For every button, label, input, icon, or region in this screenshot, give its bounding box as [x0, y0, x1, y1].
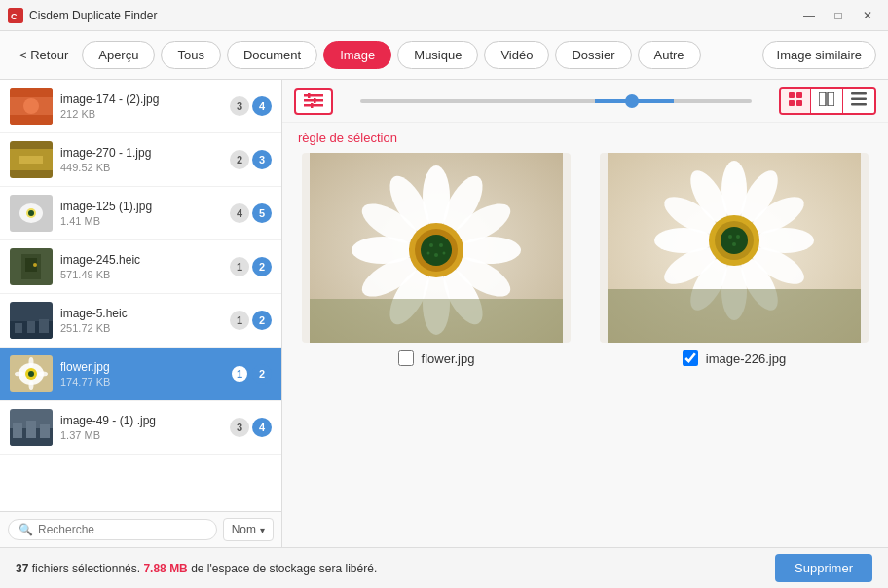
file-name: flower.jpg [60, 360, 222, 374]
svg-text:C: C [11, 12, 18, 21]
svg-rect-20 [39, 319, 49, 333]
sort-select[interactable]: Nom ▾ [223, 518, 274, 541]
selection-rule-label: règle de sélection [282, 123, 888, 153]
file-badges: 2 3 [230, 150, 272, 169]
app-icon: C [8, 8, 23, 23]
filter-autre[interactable]: Autre [638, 41, 701, 69]
file-badges: 1 2 [230, 257, 272, 276]
svg-point-67 [434, 253, 438, 257]
filter-dossier[interactable]: Dossier [555, 41, 631, 69]
badge-index: 5 [252, 203, 272, 223]
svg-point-86 [721, 227, 748, 254]
preview-image-right [600, 153, 869, 343]
main-layout: image-174 - (2).jpg 212 KB 3 4 [0, 80, 888, 547]
svg-point-4 [23, 98, 39, 114]
file-label-left: flower.jpg [422, 351, 475, 366]
zoom-slider[interactable] [360, 99, 752, 103]
svg-rect-44 [819, 92, 826, 106]
filter-musique[interactable]: Musique [397, 41, 478, 69]
file-info: image-125 (1).jpg 1.41 MB [60, 200, 222, 227]
minimize-button[interactable]: — [796, 6, 822, 25]
selection-rules-button[interactable] [294, 88, 333, 115]
file-label-row-right: image-226.jpg [683, 350, 786, 366]
badge-group: 3 [230, 418, 249, 437]
file-thumbnail [10, 88, 53, 125]
badge-group: 1 [230, 364, 249, 384]
chevron-down-icon: ▾ [260, 525, 265, 535]
delete-button[interactable]: Supprimer [775, 554, 872, 582]
image-similaire-button[interactable]: Image similaire [762, 41, 876, 69]
svg-point-69 [443, 252, 446, 255]
filter-tous[interactable]: Tous [161, 41, 220, 69]
file-badges: 3 4 [230, 96, 272, 116]
file-thumbnail [10, 302, 53, 339]
svg-rect-40 [789, 92, 795, 98]
svg-rect-34 [304, 94, 323, 97]
list-item[interactable]: image-270 - 1.jpg 449.52 KB 2 3 [0, 133, 281, 187]
window-controls: — □ ✕ [796, 6, 880, 25]
badge-index: 3 [252, 150, 272, 169]
maximize-button[interactable]: □ [826, 6, 851, 25]
status-size: 7.88 MB [143, 562, 187, 575]
file-info: flower.jpg 174.77 KB [60, 360, 222, 387]
file-thumbnail [10, 355, 53, 392]
file-size: 571.49 KB [60, 269, 222, 280]
svg-rect-36 [304, 104, 323, 107]
file-info: image-49 - (1) .jpg 1.37 MB [60, 414, 222, 441]
search-bar: 🔍 Nom ▾ [0, 511, 281, 547]
file-info: image-245.heic 571.49 KB [60, 253, 222, 280]
svg-rect-31 [13, 423, 22, 438]
svg-rect-19 [27, 321, 35, 333]
svg-point-27 [15, 372, 24, 377]
file-name: image-245.heic [60, 253, 222, 267]
search-input-wrap[interactable]: 🔍 [8, 519, 217, 540]
left-panel: image-174 - (2).jpg 212 KB 3 4 [0, 80, 282, 547]
view-list-button[interactable] [843, 89, 874, 113]
view-buttons [779, 87, 876, 115]
file-badges: 1 2 [230, 311, 272, 330]
back-button[interactable]: < Retour [12, 44, 76, 66]
svg-rect-38 [314, 98, 316, 103]
svg-rect-32 [26, 421, 36, 438]
file-info: image-174 - (2).jpg 212 KB [60, 92, 222, 120]
file-name: image-49 - (1) .jpg [60, 414, 222, 427]
svg-rect-47 [851, 98, 867, 101]
search-icon: 🔍 [18, 523, 33, 536]
badge-group: 2 [230, 150, 249, 169]
list-item[interactable]: image-245.heic 571.49 KB 1 2 [0, 240, 281, 294]
svg-point-64 [421, 235, 452, 266]
svg-rect-90 [608, 289, 861, 343]
view-grid-button[interactable] [781, 89, 811, 113]
title-bar: C Cisdem Duplicate Finder — □ ✕ [0, 0, 888, 31]
list-item[interactable]: flower.jpg 174.77 KB 1 2 [0, 348, 281, 401]
list-item[interactable]: image-174 - (2).jpg 212 KB 3 4 [0, 80, 281, 133]
search-input[interactable] [38, 523, 206, 536]
app-title: Cisdem Duplicate Finder [29, 9, 157, 22]
filter-video[interactable]: Vidéo [484, 41, 549, 69]
file-name: image-125 (1).jpg [60, 200, 222, 213]
close-button[interactable]: ✕ [855, 6, 880, 25]
file-size: 1.41 MB [60, 215, 222, 227]
svg-point-87 [728, 235, 732, 239]
svg-rect-37 [308, 93, 311, 98]
file-checkbox-left[interactable] [398, 350, 414, 366]
file-name: image-270 - 1.jpg [60, 146, 222, 160]
slider-wrap [341, 99, 771, 103]
file-thumbnail [10, 409, 53, 446]
right-toolbar [282, 80, 888, 123]
file-thumbnail [10, 195, 53, 232]
filter-image[interactable]: Image [323, 41, 391, 69]
filter-document[interactable]: Document [227, 41, 317, 69]
svg-rect-7 [19, 156, 43, 164]
view-compare-button[interactable] [811, 89, 843, 113]
right-panel: règle de sélection [282, 80, 888, 547]
file-checkbox-right[interactable] [683, 350, 698, 366]
toolbar: < Retour Aperçu Tous Document Image Musi… [0, 31, 888, 80]
filter-apercu[interactable]: Aperçu [82, 41, 155, 69]
svg-rect-39 [311, 103, 314, 108]
list-item[interactable]: image-49 - (1) .jpg 1.37 MB 3 4 [0, 401, 281, 455]
list-item[interactable]: image-125 (1).jpg 1.41 MB 4 5 [0, 187, 281, 240]
file-name: image-174 - (2).jpg [60, 92, 222, 106]
list-item[interactable]: image-5.heic 251.72 KB 1 2 [0, 294, 281, 348]
preview-col-left: flower.jpg [302, 153, 571, 537]
